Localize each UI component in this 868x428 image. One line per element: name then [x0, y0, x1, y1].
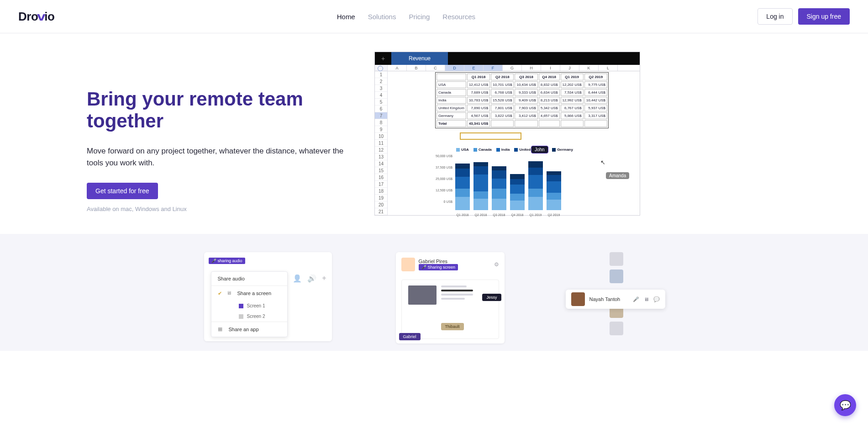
- mic-icon[interactable]: 🎤: [633, 296, 639, 302]
- hero-text: Bring your remote team together Move for…: [87, 52, 347, 216]
- user-header: Gabriel Pires 🎤Sharing screen ⚙: [401, 258, 499, 271]
- user-name: Gabriel Pires: [419, 259, 458, 264]
- column-headers: ABC DEF GHIJKL: [388, 65, 640, 71]
- cursor-icon: ↖: [600, 159, 605, 166]
- collab-card: Gabriel Pires 🎤Sharing screen ⚙ Jessy Th…: [396, 252, 505, 343]
- auth-buttons: Log in Sign up free: [758, 8, 850, 25]
- topbar: Drovio Home Solutions Pricing Resources …: [0, 0, 868, 33]
- menu-share-app[interactable]: ▦Share an app: [211, 322, 287, 337]
- cursor-jessy: Jessy: [482, 294, 501, 301]
- menu-share-audio[interactable]: Share audio: [211, 272, 287, 285]
- toolbar-icons: 👤 🔊 +: [293, 274, 326, 283]
- gear-icon[interactable]: ⚙: [494, 261, 499, 268]
- participants-card: Nayah Tantoh 🎤 🖥 💬: [568, 252, 664, 351]
- logo-caret-icon: v: [37, 10, 45, 24]
- person-icon: 👤: [293, 274, 302, 283]
- feature-cards: 🎤sharing audio 👤 🔊 + Share audio ✔🖥Share…: [0, 234, 868, 351]
- share-card: 🎤sharing audio 👤 🔊 + Share audio ✔🖥Share…: [204, 252, 332, 341]
- monitor-icon: 🖥: [226, 290, 233, 296]
- check-icon: ✔: [218, 291, 222, 296]
- participant-avatar: [610, 322, 623, 335]
- nav-pricing[interactable]: Pricing: [409, 13, 430, 21]
- avatar: [571, 292, 585, 306]
- swatch-icon: [239, 314, 243, 319]
- participant-popup: Nayah Tantoh 🎤 🖥 💬: [566, 290, 665, 309]
- spreadsheet-illustration: + Revenue 123456789101112131415161718192…: [374, 52, 640, 216]
- cursor-thibault: Thibault: [441, 323, 464, 330]
- share-menu: Share audio ✔🖥Share a screen Screen 1 Sc…: [211, 271, 288, 337]
- logo[interactable]: Drovio: [18, 10, 54, 24]
- placeholder-lines: [441, 285, 473, 302]
- selection-box: [460, 132, 521, 140]
- chart-legend: USA Canada India United Kingdom Germany: [456, 148, 573, 152]
- collab-canvas: Jessy Thibault Gabriel: [401, 280, 499, 339]
- participant-name: Nayah Tantoh: [589, 296, 628, 302]
- logo-pre: Dro: [18, 10, 38, 23]
- nav-home[interactable]: Home: [337, 13, 355, 21]
- menu-screen-1[interactable]: Screen 1: [211, 301, 287, 311]
- chat-icon[interactable]: 💬: [653, 296, 660, 302]
- avatar: [401, 258, 415, 271]
- nav-solutions[interactable]: Solutions: [368, 13, 396, 21]
- row-numbers: 123456789101112131415161718192021: [375, 65, 388, 215]
- placeholder-rect: [408, 285, 437, 305]
- hero-note: Available on mac, Windows and Linux: [87, 206, 347, 212]
- volume-icon: 🔊: [307, 274, 316, 283]
- main-nav: Home Solutions Pricing Resources: [337, 13, 475, 21]
- sharing-audio-badge: 🎤sharing audio: [209, 258, 245, 264]
- stacked-bar-chart: 50,000 US$37,500 US$25,000 US$12,500 US$…: [434, 154, 571, 216]
- menu-share-screen[interactable]: ✔🖥Share a screen: [211, 285, 287, 301]
- sharing-screen-badge: 🎤Sharing screen: [419, 264, 458, 270]
- sheet-tab-revenue: Revenue: [391, 52, 448, 65]
- cursor-label-amanda: Amanda: [606, 172, 629, 179]
- cursor-gabriel: Gabriel: [399, 333, 421, 340]
- screen-icon[interactable]: 🖥: [644, 296, 649, 302]
- hero-subtitle: Move forward on any project together, wh…: [87, 145, 347, 169]
- menu-screen-2[interactable]: Screen 2: [211, 311, 287, 322]
- data-table: Q1 2018Q2 2018Q3 2018Q4 2018Q1 2019Q2 20…: [435, 72, 609, 128]
- login-button[interactable]: Log in: [758, 8, 792, 25]
- mic-icon: 🎤: [421, 265, 426, 269]
- mic-icon: 🎤: [211, 259, 216, 263]
- nav-resources[interactable]: Resources: [442, 13, 475, 21]
- participant-avatar: [610, 269, 623, 283]
- hero-cta-button[interactable]: Get started for free: [87, 183, 158, 199]
- hero: Bring your remote team together Move for…: [0, 33, 868, 234]
- add-icon: +: [322, 274, 326, 283]
- apps-icon: ▦: [218, 326, 224, 333]
- participant-avatar: [610, 252, 623, 266]
- signup-button[interactable]: Sign up free: [798, 8, 850, 25]
- swatch-icon: [239, 304, 243, 308]
- logo-post: io: [44, 10, 54, 23]
- hero-title: Bring your remote team together: [87, 88, 347, 132]
- add-sheet-icon: +: [375, 52, 391, 65]
- cursor-label-john: John: [531, 146, 548, 153]
